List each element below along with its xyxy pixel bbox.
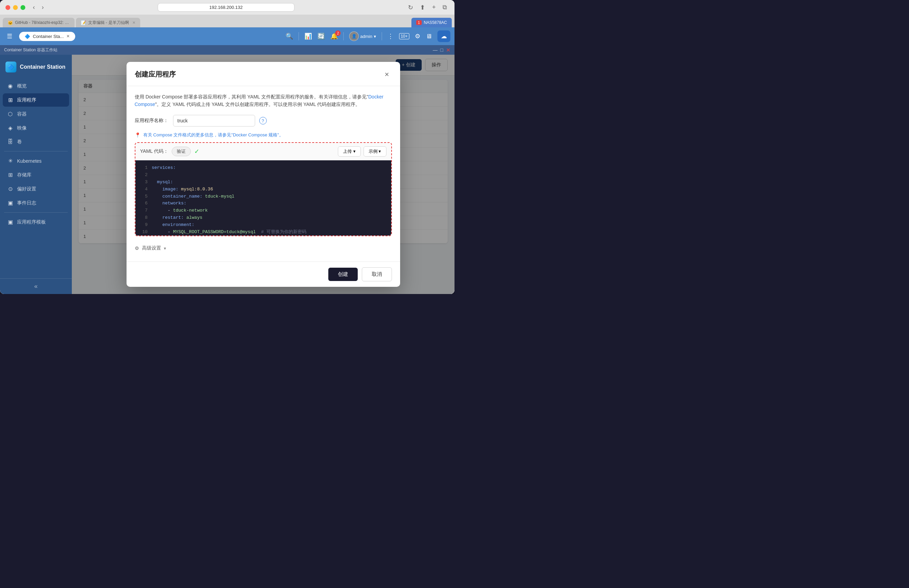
tab-bar: 🐱 GitHub - 78/xiaozhi-esp32: Build your … [0, 15, 454, 27]
sidebar-item-storage[interactable]: ⊞ 存储库 [3, 168, 69, 181]
modal-title: 创建应用程序 [135, 70, 176, 79]
modal-overlay[interactable]: 创建应用程序 × 使用 Docker Compose 部署多容器应用程序，其利用… [72, 55, 454, 294]
share-button[interactable]: ⬆ [418, 2, 427, 13]
advanced-gear-icon: ⚙ [135, 246, 139, 251]
reload-button[interactable]: ↻ [406, 2, 415, 13]
yaml-line-3: 3 mysql: [136, 179, 391, 186]
forward-button[interactable]: › [40, 2, 46, 12]
close-traffic-light[interactable] [5, 5, 10, 10]
modal-create-button[interactable]: 创建 [328, 268, 358, 281]
sidebar-item-containers[interactable]: ⬡ 容器 [3, 107, 69, 121]
example-button[interactable]: 示例 ▾ [364, 146, 387, 157]
hamburger-button[interactable]: ☰ [4, 31, 15, 41]
window-strip: Container Station 容器工作站 — □ ✕ [0, 45, 454, 55]
app-tab-close[interactable]: ✕ [66, 34, 70, 39]
info-button[interactable]: 10+ [399, 34, 409, 39]
app-tab-icon: 🔷 [24, 34, 30, 39]
sidebar-nav-secondary: ✳ Kubernetes ⊞ 存储库 ⊙ 偏好设置 ▣ 事件日志 [0, 154, 72, 210]
tab-article[interactable]: 📝 文章编辑 - 是羊刀仙啊 ✕ [76, 18, 140, 27]
line-content-2 [152, 171, 155, 179]
line-num-9: 9 [138, 221, 148, 229]
sidebar-item-images[interactable]: ◈ 映像 [3, 121, 69, 135]
overview-label: 概览 [17, 83, 27, 89]
containers-icon: ⬡ [7, 111, 14, 117]
volumes-label: 卷 [17, 139, 22, 145]
settings-button[interactable]: ⚙ [415, 32, 420, 40]
new-tab-button[interactable]: + [430, 2, 438, 12]
help-icon[interactable]: ? [259, 117, 267, 124]
sidebar-item-apps[interactable]: ⊞ 应用程序 ▶ [3, 93, 69, 107]
sidebar-item-kubernetes[interactable]: ✳ Kubernetes [3, 154, 69, 168]
sidebar: 🔷 Container Station ◉ 概览 ⊞ 应用程序 ▶ [0, 55, 72, 294]
win-minimize-button[interactable]: — [433, 47, 438, 53]
modal-close-button[interactable]: × [382, 69, 392, 80]
win-maximize-button[interactable]: □ [440, 47, 443, 53]
validate-button[interactable]: 验证 [171, 147, 191, 156]
yaml-line-4: 4 image: mysql:8.0.36 [136, 186, 391, 193]
address-bar[interactable]: 192.168.200.132 [158, 3, 294, 11]
logo-icon: 🔷 [5, 61, 16, 73]
yaml-label: YAML 代码： [140, 149, 168, 155]
tab-article-close[interactable]: ✕ [133, 21, 136, 25]
line-num-7: 7 [138, 207, 148, 214]
traffic-lights [5, 5, 25, 10]
back-button[interactable]: ‹ [31, 2, 37, 12]
sidebar-item-overview[interactable]: ◉ 概览 [3, 79, 69, 93]
docker-compose-link[interactable]: Docker Compose [135, 94, 384, 107]
templates-icon: ▣ [7, 219, 14, 225]
collapse-button[interactable]: « [3, 283, 69, 290]
divider-3 [382, 32, 382, 40]
admin-avatar: 👤 [349, 31, 359, 41]
tab-nas[interactable]: 1 NAS5878AC [411, 18, 452, 27]
main-area: ☰ 🔷 Container Sta... ✕ 🔍 📊 🔄 🔔 2 👤 [0, 27, 454, 294]
line-num-5: 5 [138, 193, 148, 200]
storage-label: 存储库 [17, 172, 31, 178]
info-badge: 10+ [399, 33, 409, 39]
modal-cancel-button[interactable]: 取消 [362, 267, 392, 281]
monitor-button[interactable]: 📊 [304, 32, 312, 40]
divider-2 [343, 32, 344, 40]
windows-button[interactable]: ⧉ [440, 2, 449, 12]
volumes-icon: 🗄 [7, 139, 14, 145]
line-num-2: 2 [138, 171, 148, 179]
sidebar-nav-tertiary: ▣ 应用程序模板 [0, 215, 72, 229]
advanced-chevron-icon: ▾ [164, 246, 166, 251]
admin-button[interactable]: 👤 admin ▾ [349, 31, 376, 41]
line-num-4: 4 [138, 186, 148, 193]
admin-label: admin [360, 34, 372, 39]
upload-button[interactable]: 上传 ▾ [338, 146, 361, 157]
sync-button[interactable]: 🔄 [317, 32, 325, 40]
yaml-editor[interactable]: 1 services: 2 3 mysq [136, 160, 391, 236]
nas-tab-badge: 1 [416, 20, 422, 25]
app-tab[interactable]: 🔷 Container Sta... ✕ [19, 32, 75, 41]
events-icon: ▣ [7, 200, 14, 206]
templates-label: 应用程序模板 [17, 219, 46, 225]
search-button[interactable]: 🔍 [286, 32, 293, 40]
info-icon: 📍 [135, 132, 141, 138]
sidebar-item-volumes[interactable]: 🗄 卷 [3, 136, 69, 149]
sidebar-item-events[interactable]: ▣ 事件日志 [3, 196, 69, 210]
check-icon: ✓ [194, 148, 199, 155]
app-name-input[interactable] [173, 115, 255, 126]
dots-button[interactable]: ⋮ [387, 32, 394, 40]
app-name-label: 应用程序名称： [135, 118, 169, 124]
mac-window: ‹ › 192.168.200.132 ↻ ⬆ + ⧉ 🐱 GitHub - 7… [0, 0, 454, 294]
modal-body: 使用 Docker Compose 部署多容器应用程序，其利用 YAML 文件配… [126, 86, 400, 262]
cloud-button[interactable]: ☁ [437, 31, 450, 42]
tab-nas-label: NAS5878AC [424, 20, 447, 25]
win-close-button[interactable]: ✕ [446, 47, 450, 53]
sidebar-item-preferences[interactable]: ⊙ 偏好设置 [3, 182, 69, 195]
collapse-icon: « [34, 283, 37, 290]
compose-spec-link[interactable]: Docker Compose 规格 [233, 132, 277, 137]
display-button[interactable]: 🖥 [426, 33, 432, 40]
validate-label: 验证 [177, 149, 186, 154]
app-name-row: 应用程序名称： ? [135, 115, 392, 126]
sidebar-item-templates[interactable]: ▣ 应用程序模板 [3, 215, 69, 229]
bell-button[interactable]: 🔔 2 [330, 32, 338, 40]
line-content-4: image: mysql:8.0.36 [152, 186, 213, 193]
yaml-line-2: 2 [136, 171, 391, 179]
tab-github[interactable]: 🐱 GitHub - 78/xiaozhi-esp32: Build your … [3, 18, 74, 27]
maximize-traffic-light[interactable] [21, 5, 25, 10]
advanced-settings-row[interactable]: ⚙ 高级设置 ▾ [135, 242, 392, 255]
minimize-traffic-light[interactable] [13, 5, 18, 10]
